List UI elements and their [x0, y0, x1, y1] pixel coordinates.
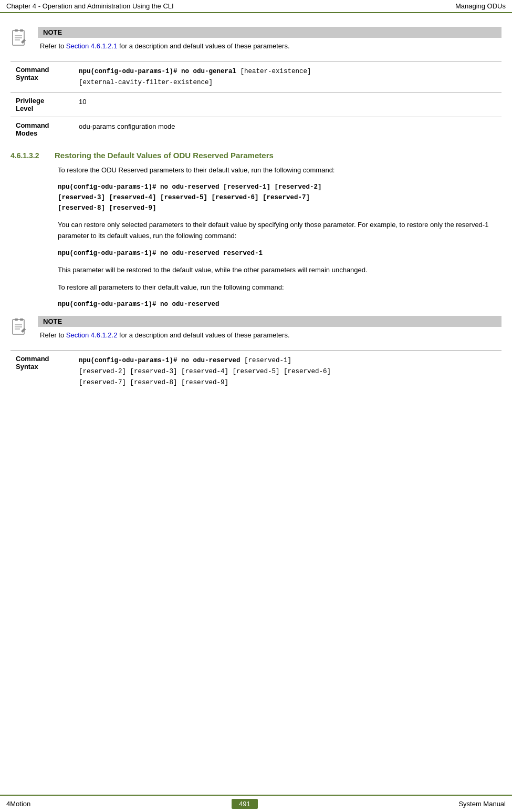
privilege-level-row: PrivilegeLevel 10 [11, 92, 501, 117]
cmd-bold-2: npu(config-odu-params-1)# no odu-reserve… [79, 357, 241, 364]
code-block-1-bold: npu(config-odu-params-1)# no odu-reserve… [58, 183, 220, 191]
note-box-2: NOTE Refer to Section 4.6.1.2.2 for a de… [11, 316, 501, 341]
note-1-header: NOTE [38, 27, 501, 38]
code-block-2-text: npu(config-odu-params-1)# no odu-reserve… [58, 250, 263, 257]
section-body: To restore the ODU Reserved parameters t… [58, 165, 501, 341]
footer-left: 4Motion [6, 800, 30, 808]
note-2-text-after: for a description and default values of … [117, 331, 289, 339]
note-1-link[interactable]: Section 4.6.1.2.1 [66, 42, 118, 50]
svg-rect-8 [20, 318, 23, 321]
command-info-table-2: CommandSyntax npu(config-odu-params-1)# … [11, 350, 501, 392]
command-syntax-label-1: CommandSyntax [11, 61, 74, 92]
page-footer: 4Motion 491 System Manual [0, 795, 512, 812]
command-modes-label: CommandModes [11, 117, 74, 141]
chapter-title: Chapter 4 - Operation and Administration… [6, 2, 174, 10]
code-block-1: npu(config-odu-params-1)# no odu-reserve… [58, 182, 501, 213]
page-header: Chapter 4 - Operation and Administration… [0, 0, 512, 13]
note-1-text: Refer to Section 4.6.1.2.1 for a descrip… [38, 41, 501, 52]
note-2-link[interactable]: Section 4.6.1.2.2 [66, 331, 118, 339]
note-icon-2 [11, 316, 38, 341]
command-syntax-row-1: CommandSyntax npu(config-odu-params-1)# … [11, 61, 501, 92]
note-2-content: NOTE Refer to Section 4.6.1.2.2 for a de… [38, 316, 501, 341]
notepad-icon [11, 29, 29, 48]
note-box-1: NOTE Refer to Section 4.6.1.2.1 for a de… [11, 27, 501, 52]
command-modes-row: CommandModes odu-params configuration mo… [11, 117, 501, 141]
para-1: To restore the ODU Reserved parameters t… [58, 165, 501, 176]
main-content: NOTE Refer to Section 4.6.1.2.1 for a de… [0, 13, 512, 392]
command-syntax-row-2: CommandSyntax npu(config-odu-params-1)# … [11, 350, 501, 392]
cmd-bold-1: npu(config-odu-params-1)# no odu-general [79, 68, 236, 75]
para-4: To restore all parameters to their defau… [58, 282, 501, 293]
privilege-label: PrivilegeLevel [11, 92, 74, 117]
note-2-header: NOTE [38, 316, 501, 327]
note-1-text-after: for a description and default values of … [117, 42, 289, 50]
code-block-2: npu(config-odu-params-1)# no odu-reserve… [58, 248, 501, 259]
note-1-content: NOTE Refer to Section 4.6.1.2.1 for a de… [38, 27, 501, 52]
code-block-3: npu(config-odu-params-1)# no odu-reserve… [58, 299, 501, 310]
command-modes-value: odu-params configuration mode [74, 117, 501, 141]
svg-rect-2 [20, 29, 23, 32]
command-info-table-1: CommandSyntax npu(config-odu-params-1)# … [11, 61, 501, 141]
para-3: This parameter will be restored to the d… [58, 265, 501, 276]
note-1-text-before: Refer to [40, 42, 66, 50]
section-number: 4.6.1.3.2 [11, 151, 47, 160]
section-heading-text: Restoring the Default Values of ODU Rese… [55, 151, 274, 160]
svg-rect-7 [15, 318, 18, 321]
section-4612-heading: 4.6.1.3.2 Restoring the Default Values o… [11, 151, 501, 160]
command-syntax-value-1: npu(config-odu-params-1)# no odu-general… [74, 61, 501, 92]
para-2: You can restore only selected parameters… [58, 220, 501, 242]
privilege-value: 10 [74, 92, 501, 117]
command-syntax-value-2: npu(config-odu-params-1)# no odu-reserve… [74, 350, 501, 392]
code-block-3-text: npu(config-odu-params-1)# no odu-reserve… [58, 301, 220, 308]
footer-page-number: 491 [232, 799, 258, 809]
note-2-text: Refer to Section 4.6.1.2.2 for a descrip… [38, 330, 501, 341]
section-title: Managing ODUs [455, 2, 506, 10]
svg-rect-1 [15, 29, 18, 32]
command-syntax-label-2: CommandSyntax [11, 350, 74, 392]
footer-right: System Manual [458, 800, 506, 808]
notepad-icon-2 [11, 318, 29, 337]
note-icon-1 [11, 27, 38, 52]
note-2-text-before: Refer to [40, 331, 66, 339]
